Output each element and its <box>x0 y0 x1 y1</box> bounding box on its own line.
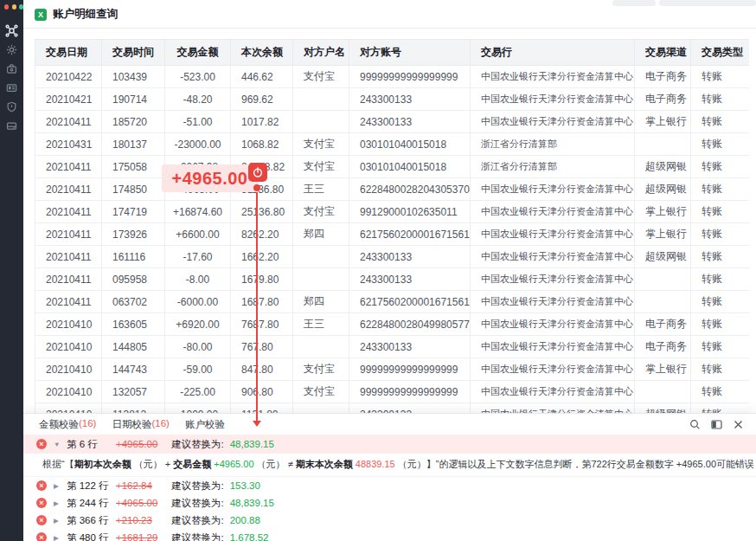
table-cell: 20210411 <box>35 156 102 178</box>
table-row[interactable]: 20210411185720-51.001017.82243300133中国农业… <box>35 111 750 133</box>
table-cell: 中国农业银行天津分行资金清算中心 <box>471 313 635 336</box>
table-cell: 144805 <box>102 336 165 358</box>
table-cell: 支付宝 <box>293 201 349 223</box>
table-cell: 电子商务 <box>635 313 691 336</box>
top-right-pill <box>659 0 756 6</box>
caret-right-icon[interactable]: ▶ <box>54 517 62 525</box>
table-row[interactable]: 20210431180137-23000.001068.82支付宝0301010… <box>35 133 750 156</box>
table-cell: 20210421 <box>35 88 102 111</box>
error-old-value: +4965.00 <box>116 439 171 449</box>
validation-error-row[interactable]: ×▶第 244 行+4965.00建议替换为:48,839.15 <box>23 494 756 512</box>
error-line-label: 第 480 行 <box>67 531 116 541</box>
error-new-value[interactable]: 200.88 <box>230 515 260 525</box>
table-row[interactable]: 20210410163605+6920.007687.80王三622848002… <box>35 313 750 336</box>
validation-error-row[interactable]: ×▶第 122 行+162.84建议替换为:153.30 <box>23 477 756 494</box>
suggest-label: 建议替换为: <box>171 480 224 493</box>
suggest-label: 建议替换为: <box>171 531 224 541</box>
table-cell: 99129000102635011 <box>349 201 471 223</box>
tab-count: (16) <box>151 418 169 431</box>
tab-amount-validation[interactable]: 金额校验(16) <box>39 418 96 431</box>
error-line-label: 第 366 行 <box>67 514 116 527</box>
error-new-value[interactable]: 1,678.52 <box>230 532 269 541</box>
tab-count: (16) <box>79 418 96 431</box>
table-cell: 电子商务 <box>635 336 691 358</box>
table-cell: 超级网银 <box>635 246 691 268</box>
table-cell: 847.80 <box>231 358 293 381</box>
table-cell: 99999999999999999 <box>349 66 471 88</box>
table-cell: 8262.20 <box>231 223 293 246</box>
table-row[interactable]: 20210411095958-8.001679.80243300133中国农业银… <box>35 268 750 291</box>
error-line-label: 第 244 行 <box>67 497 116 510</box>
table-cell: 132057 <box>102 381 165 403</box>
table-cell: 6217560200001671561 <box>349 223 471 246</box>
suggest-label: 建议替换为: <box>171 514 224 527</box>
table-cell: -80.00 <box>165 336 231 358</box>
id-card-icon[interactable] <box>5 81 18 94</box>
close-icon[interactable] <box>732 418 744 430</box>
table-cell: 中国农业银行天津分行资金清算中心 <box>471 358 635 381</box>
settings-gear-icon[interactable] <box>5 43 18 56</box>
table-cell: 20210410 <box>35 381 102 403</box>
table-cell: 173926 <box>102 223 165 246</box>
validation-error-row[interactable]: ×▼第 6 行+4965.00建议替换为:48,839.15 <box>23 435 756 454</box>
caret-right-icon[interactable]: ▶ <box>54 499 62 507</box>
table-header-row: 交易日期交易时间交易金额本次余额对方户名对方账号交易行交易渠道交易类型 <box>35 40 750 66</box>
validation-panel-header: 金额校验(16) 日期校验(16) 账户校验 <box>23 414 756 435</box>
table-row[interactable]: 20210422103439-523.00446.62支付宝9999999999… <box>35 66 750 88</box>
table-row[interactable]: 20210410144805-80.00767.80243300133中国农业银… <box>35 336 750 358</box>
table-cell: 支付宝 <box>293 66 349 88</box>
table-cell: 转账 <box>691 336 750 358</box>
table-cell: 20210431 <box>35 133 102 156</box>
tab-label: 日期校验 <box>112 418 151 431</box>
caret-down-icon[interactable]: ▼ <box>54 441 62 448</box>
table-cell: 6228480028049980577 <box>349 313 471 336</box>
table-row[interactable]: 20210411174719+16874.6025136.80支付宝991290… <box>35 201 750 223</box>
table-cell: -51.00 <box>165 111 231 133</box>
table-cell: 转账 <box>691 313 750 336</box>
table-row[interactable]: 20210411173926+6600.008262.20郑四621756020… <box>35 223 750 246</box>
table-row[interactable]: 20210411063702-6000.001687.80郑四621756020… <box>35 291 750 313</box>
table-row[interactable]: 20210410144743-59.00847.80支付宝99999999999… <box>35 358 750 381</box>
minimize-window-dot[interactable] <box>12 4 16 10</box>
table-cell: 郑四 <box>293 291 349 313</box>
table-row[interactable]: 20210411161116-17.601662.20243300133中国农业… <box>35 246 750 268</box>
table-row[interactable]: 20210421190714-48.20969.62243300133中国农业银… <box>35 88 750 111</box>
table-cell: 王三 <box>293 178 349 201</box>
table-cell: -6000.00 <box>165 291 231 313</box>
validation-error-row[interactable]: ×▶第 480 行+1681.29建议替换为:1,678.52 <box>23 529 756 541</box>
table-cell: 转账 <box>691 246 750 268</box>
sidebar <box>0 0 23 541</box>
error-new-value[interactable]: 153.30 <box>230 480 260 491</box>
tab-date-validation[interactable]: 日期校验(16) <box>112 418 169 431</box>
amount-highlight-box[interactable]: +4965.00 <box>162 164 258 192</box>
maximize-window-dot[interactable] <box>19 4 23 10</box>
caret-right-icon[interactable]: ▶ <box>54 534 62 541</box>
table-cell: 浙江省分行清算部 <box>471 133 635 156</box>
table-cell: 243300133 <box>349 88 471 111</box>
excel-file-icon: X <box>35 9 47 21</box>
app-logo-icon[interactable] <box>5 24 18 37</box>
caret-right-icon[interactable]: ▶ <box>54 482 62 490</box>
table-cell <box>635 268 691 291</box>
table-row[interactable]: 20210411175058-6067.9824068.82支付宝0301010… <box>35 156 750 178</box>
table-cell <box>635 381 691 403</box>
search-icon[interactable] <box>689 418 701 430</box>
tab-account-validation[interactable]: 账户校验 <box>185 418 225 431</box>
annotation-anchor-dot <box>253 184 260 191</box>
briefcase-icon[interactable] <box>5 62 18 75</box>
table-cell: 超级网银 <box>635 178 691 201</box>
storage-drive-icon[interactable] <box>5 119 18 132</box>
table-cell: 1687.80 <box>231 291 293 313</box>
error-new-value[interactable]: 48,839.15 <box>230 439 274 449</box>
table-cell: 20210411 <box>35 246 102 268</box>
error-old-value: +1681.29 <box>116 532 171 541</box>
table-cell: 243300133 <box>349 268 471 291</box>
table-row[interactable]: 20210410132057-225.00906.80支付宝9999999999… <box>35 381 750 403</box>
table-row[interactable]: 20210411174850+4965.0031136.80王三62284800… <box>35 178 750 201</box>
alert-badge-icon[interactable] <box>248 163 267 182</box>
shield-icon[interactable] <box>5 100 18 113</box>
validation-error-row[interactable]: ×▶第 366 行+210.23建议替换为:200.88 <box>23 512 756 529</box>
error-new-value[interactable]: 48,839.15 <box>230 498 274 508</box>
close-window-dot[interactable] <box>4 4 9 10</box>
panel-toggle-icon[interactable] <box>710 418 722 430</box>
